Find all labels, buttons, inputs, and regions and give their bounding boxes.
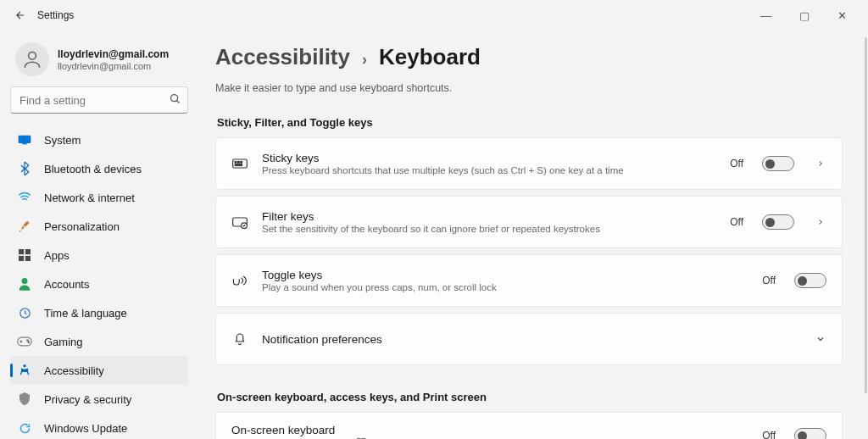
svg-point-12	[28, 342, 30, 343]
filter-toggle[interactable]	[762, 214, 794, 230]
app-title: Settings	[37, 9, 74, 21]
sidebar-item-network[interactable]: Network & internet	[10, 183, 188, 212]
row-toggle-keys[interactable]: Toggle keys Play a sound when you press …	[216, 255, 842, 306]
sticky-keys-icon	[231, 155, 248, 172]
svg-rect-17	[241, 162, 242, 164]
gaming-icon	[17, 334, 32, 349]
titlebar: Settings — ▢ ✕	[0, 0, 868, 31]
svg-point-13	[23, 364, 25, 367]
sidebar-item-label: Personalization	[44, 220, 120, 233]
system-icon	[17, 132, 32, 147]
accounts-icon	[17, 276, 32, 292]
togglekeys-toggle[interactable]	[794, 273, 826, 288]
row-notification-prefs[interactable]: Notification preferences	[216, 314, 842, 364]
avatar	[15, 42, 49, 76]
breadcrumb: Accessibility › Keyboard	[215, 44, 843, 70]
section-label-2: On-screen keyboard, access keys, and Pri…	[217, 391, 843, 403]
toggle-keys-icon	[231, 272, 248, 289]
back-button[interactable]	[12, 7, 29, 24]
sidebar-item-label: Time & language	[44, 307, 127, 320]
row-onscreen-keyboard[interactable]: On-screen keyboard Press the Windows log…	[216, 413, 842, 439]
svg-rect-3	[22, 143, 26, 144]
page-subtitle: Make it easier to type and use keyboard …	[215, 82, 843, 94]
sticky-desc: Press keyboard shortcuts that use multip…	[262, 165, 716, 175]
sidebar-item-accessibility[interactable]: Accessibility	[10, 356, 188, 385]
search-wrap	[10, 86, 188, 114]
sidebar-item-label: Accounts	[44, 278, 89, 291]
chevron-right-icon	[815, 218, 826, 226]
account-text: lloydrlevin@gmail.com lloydrlevin@gmail.…	[58, 48, 169, 71]
account-name: lloydrlevin@gmail.com	[58, 48, 169, 60]
osk-state: Off	[762, 430, 776, 439]
network-icon	[17, 190, 32, 205]
nav: SystemBluetooth & devicesNetwork & inter…	[10, 125, 188, 439]
row-sticky-keys[interactable]: Sticky keys Press keyboard shortcuts tha…	[216, 138, 842, 189]
togglekeys-title: Toggle keys	[262, 269, 748, 281]
sidebar-item-personalization[interactable]: Personalization	[10, 212, 188, 241]
privacy-icon	[17, 392, 32, 407]
sidebar-item-label: Accessibility	[44, 364, 104, 377]
apps-icon	[17, 247, 32, 263]
svg-rect-5	[25, 249, 31, 254]
svg-point-8	[22, 278, 28, 284]
sidebar-item-label: Gaming	[44, 336, 83, 348]
bell-icon	[231, 331, 248, 347]
account-block[interactable]: lloydrlevin@gmail.com lloydrlevin@gmail.…	[15, 42, 188, 76]
sidebar-item-gaming[interactable]: Gaming	[10, 327, 188, 356]
content: Accessibility › Keyboard Make it easier …	[198, 31, 868, 439]
breadcrumb-current: Keyboard	[379, 44, 481, 70]
chevron-right-icon	[815, 159, 826, 168]
chevron-down-icon	[815, 334, 826, 344]
sticky-state: Off	[730, 158, 743, 169]
accessibility-icon	[17, 363, 32, 378]
filter-state: Off	[730, 216, 743, 228]
filter-title: Filter keys	[262, 210, 716, 223]
maximize-button[interactable]: ▢	[785, 2, 823, 29]
svg-rect-7	[25, 256, 31, 261]
section-label-1: Sticky, Filter, and Toggle keys	[217, 116, 843, 129]
sidebar-item-system[interactable]: System	[10, 125, 188, 154]
row-filter-keys[interactable]: Filter keys Set the sensitivity of the k…	[216, 197, 842, 247]
togglekeys-state: Off	[762, 275, 776, 286]
notif-title: Notification preferences	[262, 333, 794, 346]
account-email: lloydrlevin@gmail.com	[58, 61, 169, 71]
osk-title: On-screen keyboard	[231, 424, 748, 436]
sidebar-item-label: Bluetooth & devices	[44, 163, 142, 175]
sidebar-item-apps[interactable]: Apps	[10, 241, 188, 270]
osk-toggle[interactable]	[794, 428, 826, 439]
sidebar-item-label: Apps	[44, 249, 70, 262]
sidebar-item-time[interactable]: Time & language	[10, 298, 188, 327]
svg-rect-14	[233, 159, 248, 168]
filter-keys-icon	[231, 214, 248, 231]
togglekeys-desc: Play a sound when you press caps, num, o…	[262, 282, 748, 292]
breadcrumb-parent[interactable]: Accessibility	[215, 44, 350, 70]
sidebar-item-update[interactable]: Windows Update	[10, 414, 188, 439]
search-input[interactable]	[10, 86, 188, 114]
scrollbar[interactable]	[865, 37, 867, 393]
sidebar-item-label: Windows Update	[44, 422, 127, 435]
sidebar-item-bluetooth[interactable]: Bluetooth & devices	[10, 154, 188, 183]
personalization-icon	[17, 219, 32, 234]
sidebar-item-label: System	[44, 134, 81, 147]
svg-rect-16	[238, 162, 240, 164]
sidebar-item-privacy[interactable]: Privacy & security	[10, 385, 188, 414]
sidebar-item-label: Network & internet	[44, 192, 135, 204]
svg-rect-18	[235, 164, 242, 166]
sidebar-item-label: Privacy & security	[44, 393, 131, 406]
svg-point-0	[29, 52, 36, 59]
close-button[interactable]: ✕	[823, 2, 861, 29]
time-icon	[17, 305, 32, 320]
minimize-button[interactable]: —	[747, 2, 785, 29]
svg-point-11	[27, 340, 29, 342]
update-icon	[17, 420, 32, 436]
window-controls: — ▢ ✕	[747, 2, 861, 29]
svg-point-1	[171, 95, 178, 102]
filter-desc: Set the sensitivity of the keyboard so i…	[262, 224, 716, 234]
sticky-toggle[interactable]	[762, 156, 794, 171]
sticky-title: Sticky keys	[262, 152, 716, 164]
svg-rect-6	[19, 256, 24, 261]
svg-rect-2	[19, 136, 31, 143]
sidebar-item-accounts[interactable]: Accounts	[10, 270, 188, 298]
bluetooth-icon	[17, 161, 32, 176]
sidebar: lloydrlevin@gmail.com lloydrlevin@gmail.…	[0, 31, 198, 439]
